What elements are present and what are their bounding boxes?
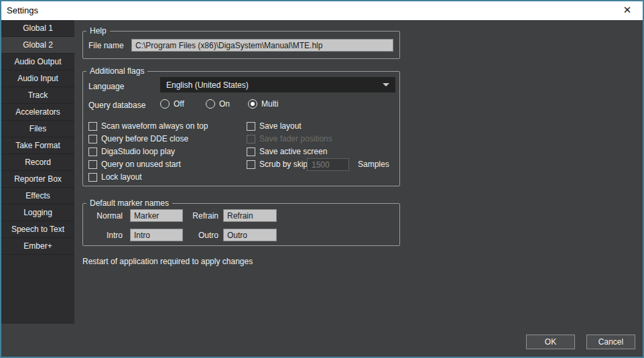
language-dropdown-value: English (United States) [166, 80, 249, 90]
query-database-label: Query database [88, 101, 145, 110]
marker-intro-label: Intro [86, 231, 123, 240]
scrub-samples-unit-label: Samples [358, 160, 389, 169]
checkbox-icon [247, 147, 255, 156]
language-dropdown[interactable]: English (United States) [160, 77, 395, 93]
sidebar-item-ember[interactable]: Ember+ [1, 238, 74, 255]
checkbox-icon [247, 135, 255, 143]
radio-query-multi[interactable]: Multi [248, 99, 278, 109]
sidebar-item-track[interactable]: Track [1, 87, 74, 104]
checkbox-query-before-dde-close[interactable]: Query before DDE close [88, 134, 188, 143]
sidebar-item-global-1[interactable]: Global 1 [1, 20, 74, 37]
additional-flags-group: Additional flags Language English (Unite… [82, 71, 400, 186]
chevron-down-icon [383, 83, 389, 86]
marker-outro-label: Outro [177, 231, 218, 240]
checkbox-icon [88, 122, 97, 131]
settings-window: Settings ✕ Global 1 Global 2 Audio Outpu… [0, 0, 644, 358]
radio-icon [160, 99, 170, 109]
window-title: Settings [7, 5, 38, 15]
checkbox-icon [88, 135, 97, 143]
marker-refrain-label: Refrain [177, 211, 218, 221]
radio-query-on[interactable]: On [206, 99, 230, 109]
language-label: Language [88, 82, 124, 91]
sidebar-item-logging[interactable]: Logging [1, 204, 74, 221]
radio-icon [206, 99, 215, 109]
help-group-legend: Help [86, 26, 110, 36]
file-name-label: File name [88, 41, 124, 50]
help-group: Help File name [82, 31, 400, 59]
close-button[interactable]: ✕ [613, 0, 641, 20]
help-file-name-input[interactable] [131, 39, 393, 52]
ok-button[interactable]: OK [526, 335, 575, 349]
checkbox-save-fader-positions: Save fader positions [247, 134, 332, 143]
checkbox-scrub-by-skip[interactable]: Scrub by skip [247, 160, 308, 169]
sidebar-item-speech-to-text[interactable]: Speech to Text [1, 221, 74, 238]
checkbox-query-on-unused-start[interactable]: Query on unused start [88, 160, 181, 169]
additional-flags-legend: Additional flags [86, 66, 147, 76]
checkbox-save-active-screen[interactable]: Save active screen [247, 147, 327, 156]
sidebar-item-record[interactable]: Record [1, 154, 74, 171]
titlebar: Settings [0, 0, 644, 20]
checkbox-icon [247, 160, 255, 169]
marker-intro-input[interactable] [130, 229, 183, 241]
marker-outro-input[interactable] [223, 229, 277, 241]
checkbox-icon [88, 147, 97, 156]
marker-refrain-input[interactable] [223, 209, 277, 222]
sidebar-item-take-format[interactable]: Take Format [1, 137, 74, 154]
sidebar-item-audio-input[interactable]: Audio Input [1, 70, 74, 87]
scrub-samples-input[interactable] [307, 158, 349, 171]
sidebar-item-files[interactable]: Files [1, 121, 74, 137]
checkbox-icon [247, 122, 255, 131]
marker-names-group: Default marker names Normal Refrain Intr… [82, 203, 400, 246]
checkbox-icon [88, 173, 97, 182]
checkbox-digastudio-loop-play[interactable]: DigaStudio loop play [88, 147, 175, 156]
marker-normal-input[interactable] [130, 209, 183, 222]
radio-query-off[interactable]: Off [160, 99, 184, 109]
marker-names-legend: Default marker names [86, 198, 172, 208]
close-icon: ✕ [623, 4, 632, 16]
sidebar-item-global-2[interactable]: Global 2 [1, 37, 74, 54]
checkbox-save-layout[interactable]: Save layout [247, 121, 302, 131]
checkbox-lock-layout[interactable]: Lock layout [88, 172, 142, 182]
sidebar-item-audio-output[interactable]: Audio Output [1, 54, 74, 70]
sidebar-item-accelerators[interactable]: Accelerators [1, 104, 74, 121]
radio-icon [248, 99, 257, 109]
sidebar-item-effects[interactable]: Effects [1, 188, 74, 204]
sidebar: Global 1 Global 2 Audio Output Audio Inp… [1, 20, 74, 324]
restart-note: Restart of application required to apply… [82, 257, 253, 266]
checkbox-icon [88, 160, 97, 169]
cancel-button[interactable]: Cancel [586, 335, 635, 349]
checkbox-scan-waveform-always-on-top[interactable]: Scan waveform always on top [88, 121, 208, 131]
marker-normal-label: Normal [86, 211, 123, 221]
sidebar-item-reporter-box[interactable]: Reporter Box [1, 171, 74, 188]
